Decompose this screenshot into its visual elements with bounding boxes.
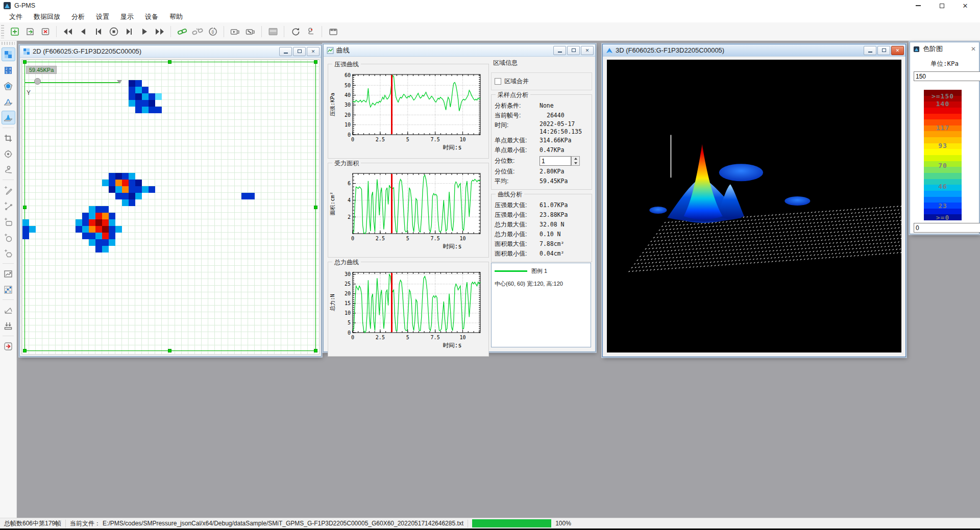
toolbar-grip[interactable] (1, 25, 4, 38)
sidebar-separator (3, 128, 14, 128)
view-2d-icon[interactable] (2, 47, 15, 61)
menu-device[interactable]: 设备 (140, 11, 163, 22)
svg-text:6: 6 (348, 181, 351, 186)
calendar-icon[interactable] (326, 24, 340, 38)
app-titlebar[interactable]: G-PMS ✕ (0, 0, 980, 11)
region-info-panel: 区域信息 区域合并 采样点分析 分析条件:None 当前帧号:26440 时间:… (491, 59, 592, 348)
skip-to-start-icon[interactable] (91, 24, 105, 38)
window-curves-close-button[interactable]: ✕ (581, 46, 594, 55)
play-icon[interactable] (137, 24, 151, 38)
stop-icon[interactable] (107, 24, 120, 38)
draw-pen-icon[interactable] (2, 183, 15, 197)
minimize-button[interactable] (906, 0, 930, 11)
menu-help[interactable]: 帮助 (164, 11, 188, 22)
selection-handle[interactable] (23, 60, 27, 64)
selection-handle[interactable] (314, 206, 317, 209)
skip-to-end-icon[interactable] (122, 24, 136, 38)
color-gradient[interactable]: >=15014011793704623>=0 (924, 90, 962, 220)
svg-text:10: 10 (459, 236, 465, 241)
trace-path-icon[interactable] (2, 163, 15, 176)
window-2d-minimize-button[interactable] (279, 47, 292, 56)
scale-max-input[interactable] (914, 71, 980, 81)
selection-rectangle[interactable] (24, 62, 316, 351)
draw-polygon-icon[interactable] (2, 246, 15, 260)
pressure-chart[interactable]: 010203040506002.557.510压强:KPa时间:s (328, 70, 488, 158)
view-numbers-icon[interactable]: 2453 (2, 63, 15, 77)
import-icon[interactable] (2, 319, 15, 333)
quantile-spinner[interactable] (571, 156, 580, 166)
field-label: 单点最大值: (495, 136, 540, 145)
video-record-off-icon[interactable] (243, 24, 257, 38)
pressure-cell (22, 219, 29, 226)
fast-backward-icon[interactable] (61, 24, 75, 38)
scale-label: 93 (924, 142, 962, 149)
link-icon[interactable] (175, 24, 189, 38)
pressure-cell (155, 107, 162, 113)
add-icon[interactable] (8, 24, 21, 38)
window-3d-minimize-button[interactable] (864, 46, 876, 55)
draw-line-icon[interactable] (2, 199, 15, 213)
window-3d-restore-button[interactable] (877, 46, 890, 55)
selection-handle[interactable] (314, 60, 317, 64)
pressure-cell (89, 206, 95, 213)
surface-3d-viewport[interactable] (607, 60, 901, 352)
step-backward-icon[interactable] (76, 24, 90, 38)
selection-handle[interactable] (23, 206, 27, 209)
menu-file[interactable]: 文件 (4, 11, 28, 22)
selection-handle[interactable] (314, 349, 317, 352)
area-chart[interactable]: 24602.557.510面积:cm²时间:s (328, 169, 488, 257)
svg-text:时间:s: 时间:s (443, 144, 462, 151)
chart-group-title: 压强曲线 (332, 60, 361, 69)
region-merge-checkbox[interactable] (495, 78, 501, 85)
refresh-icon[interactable] (288, 24, 302, 38)
frame-slider-knob[interactable] (34, 78, 41, 85)
export-icon[interactable] (23, 24, 37, 38)
video-play-icon[interactable] (228, 24, 242, 38)
view-contour-icon[interactable] (2, 79, 15, 93)
slider-dropdown-icon[interactable] (117, 80, 122, 84)
menu-settings[interactable]: 设置 (91, 11, 114, 22)
chart-icon[interactable] (2, 267, 15, 281)
window-curves-titlebar[interactable]: 曲线 ✕ (324, 44, 595, 57)
color-scale-titlebar[interactable]: 色阶图 ✕ (910, 42, 979, 56)
quantile-input[interactable] (540, 156, 571, 166)
selection-handle[interactable] (23, 349, 27, 352)
view-curve-2d-icon[interactable] (2, 95, 15, 109)
export-icon[interactable] (2, 339, 15, 353)
draw-circle-icon[interactable] (2, 231, 15, 244)
color-scale-close-button[interactable]: ✕ (971, 45, 976, 53)
timer-reset-icon[interactable]: 0 (206, 24, 219, 38)
sidebar-grip[interactable] (2, 42, 15, 45)
fast-forward-icon[interactable] (153, 24, 166, 38)
crop-icon[interactable] (2, 131, 15, 145)
statusbar-separator (65, 520, 66, 527)
menu-display[interactable]: 显示 (115, 11, 139, 22)
force-chart[interactable]: 05101520253002.557.510总力:N时间:s (328, 268, 488, 356)
restore-button[interactable] (930, 0, 953, 11)
target-icon[interactable] (2, 147, 15, 161)
screen-icon[interactable] (266, 24, 280, 38)
window-curves-minimize-button[interactable] (553, 46, 566, 55)
delete-icon[interactable] (38, 24, 52, 38)
person-record-icon[interactable] (304, 24, 317, 38)
scale-min-input[interactable] (914, 223, 980, 233)
window-2d-close-button[interactable]: ✕ (307, 47, 320, 56)
window-3d-close-button[interactable]: ✕ (891, 46, 904, 55)
svg-text:10: 10 (345, 122, 351, 128)
selection-handle[interactable] (168, 60, 172, 64)
view-surface-3d-icon[interactable] (2, 111, 15, 124)
menu-data-playback[interactable]: 数据回放 (29, 11, 65, 22)
matrix-dots-icon[interactable] (2, 283, 15, 296)
window-2d-titlebar[interactable]: 2D (F606025:G-F1P3D2205C00005) ✕ (20, 45, 321, 58)
window-3d-titlebar[interactable]: 3D (F606025:G-F1P3D2205C00005) ✕ (603, 44, 905, 57)
window-curves-restore-button[interactable] (567, 46, 580, 55)
close-button[interactable]: ✕ (953, 0, 977, 11)
sector-icon[interactable] (2, 303, 15, 317)
window-2d-icon (23, 48, 30, 55)
draw-rect-icon[interactable] (2, 215, 15, 229)
pressure-map-canvas[interactable]: 59.45KPa Y (21, 59, 320, 355)
window-2d-restore-button[interactable] (293, 47, 306, 56)
selection-handle[interactable] (168, 349, 172, 352)
unlink-icon[interactable] (190, 24, 204, 38)
menu-analysis[interactable]: 分析 (66, 11, 90, 22)
